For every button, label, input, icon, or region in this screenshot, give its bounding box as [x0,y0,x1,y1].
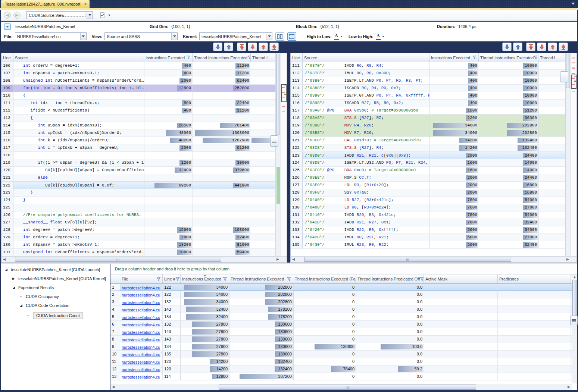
table-horizontal-scrollbar[interactable]: ◀ ||| ▶ [110,384,572,390]
source-row-114[interactable]: 114 int uSpan = idx%(nSpansU);2650076140… [1,122,287,129]
table-row-4[interactable]: 4nurbstessellation4.cu ◥1433240017820000… [110,306,572,313]
source-row-128[interactable]: 128/*03F8*/ SSY 0x7a8;200016800 [291,189,577,197]
col-line-[interactable]: Line # [163,275,181,283]
jump-first-red-button[interactable] [526,43,535,51]
left-vertical-scrollbar[interactable] [275,53,281,256]
source-row-132[interactable]: 132/*0418*/ IADD R21, R27, 0x1;780032400 [291,219,577,226]
source-row-113[interactable]: 113 { [1,115,287,122]
filter-icon[interactable] [420,277,424,281]
collapse-section-button[interactable] [4,23,11,30]
file-link[interactable]: nurbstessellation4.cu [122,352,160,357]
source-row-129[interactable]: 129/*0400*/ LD R27, [R3+0x421c];78005400… [291,197,577,204]
left-hotspot-minimap[interactable] [281,53,287,256]
source-row-115[interactable]: 115/*0390*/ ISETP.GT.AND P0, PT, R4, 0xf… [291,92,577,100]
file-link[interactable]: nurbstessellation4.cu [122,367,160,372]
source-row-127[interactable]: 127 __shared__ float CV[6][6][32]; [1,219,287,226]
source-row-112[interactable]: 112 if(idx < nUCoefficients)40011200 [1,107,287,115]
col-thread-instructions-executed-false-[interactable]: Thread Instructions Executed (False) [293,275,356,283]
filter-icon[interactable] [472,56,477,60]
source-row-118[interactable]: 118/*03A8*/ STS.S [R27], RZ;120036300 [291,115,577,122]
source-row-119[interactable]: 119 if((i >= uSpan - degreeU) && (i < uS… [1,159,287,167]
col-instructions-executed[interactable]: Instructions Executed [429,53,479,62]
tree-item-tesselatenurbspatches-kernel-cuda-kernel-[interactable]: ▶tesselateNURBSPatches_Kernel [CUDA Kern… [12,276,106,281]
expanded-icon[interactable]: ◢ [5,268,9,272]
file-link[interactable]: nurbstessellation4.cu [122,315,160,320]
source-row-123[interactable]: 123/*03D0*/ IADD R21, R21, c[0x0][0x8];2… [291,152,577,159]
source-row-122[interactable]: 122 CU[k][cpIdxU][uSpan] = 0.0f;69200441… [1,182,287,189]
right-horizontal-scrollbar[interactable]: ◀ ||| ▶ [291,256,577,262]
col-instructions-executed[interactable]: Instructions Executed [181,275,229,283]
jump-down-red-button[interactable] [537,43,546,51]
col-source[interactable]: Source [303,53,429,62]
forward-button[interactable]: ▶ [13,12,21,19]
jump-down-red-button[interactable] [248,43,257,51]
source-row-119[interactable]: 119/*03B0*/ MOV R4, R20;34000202800 [291,122,577,129]
col-thread-instructions-executed[interactable]: Thread Instructions Executed [479,53,538,62]
table-row-6[interactable]: 6nurbstessellation4.cu ◥1322780013060000… [110,321,572,328]
file-link[interactable]: nurbstessellation4.cu [122,286,160,290]
jump-first-red-button[interactable] [237,43,246,51]
split-vertical-button[interactable] [275,32,284,41]
dropdown-button[interactable] [266,33,272,40]
col-predicates[interactable]: Predicates [498,275,571,283]
high-to-low-color-swatch[interactable]: A [334,33,339,40]
tree-item-cuda-code-correlation[interactable]: ◢CUDA Code Correlation [20,303,69,308]
splitter-grip-button[interactable] [270,135,278,147]
source-row-129[interactable]: 129 int orderV = degreeV+1;780032400 [1,234,287,241]
report-tab[interactable]: Tessellation120427...apture_000.nvreport… [1,0,90,8]
col-source[interactable]: Source [13,53,144,62]
source-row-112[interactable]: 112/*0378*/ IMUL R0, R8, 0x300;40010000 [291,70,577,77]
source-row-131[interactable]: 131 unsigned int nVCoefficients = nSpans… [1,249,287,256]
tree-item-experiment-results[interactable]: ◢Experiment Results [12,285,54,290]
source-row-125[interactable]: 125 [1,204,287,211]
file-selector[interactable]: NURBSTessellation4.cu [15,32,87,40]
dropdown-button[interactable] [171,33,177,40]
source-row-115[interactable]: 115 int cpIdxU = (idx/nSpansU)%orderU;48… [1,129,287,137]
source-row-123[interactable]: 123 } [1,189,287,197]
group-by-bar[interactable]: Drag a column header and drop it here to… [110,264,577,275]
table-row-2[interactable]: 2nurbstessellation4.cu ◥1223400020280000… [110,291,572,298]
source-row-130[interactable]: 130 int nSpansV = patch->nKnotsV-1;13200… [1,241,287,249]
table-row-8[interactable]: 8nurbstessellation4.cu ◥1432780013060000… [110,336,572,343]
col-line[interactable]: Line [1,53,13,62]
jump-up-red-button[interactable] [259,43,268,51]
file-link[interactable]: nurbstessellation4.cu [122,360,160,364]
source-row-126[interactable]: 126 //Pre-compute polynomial coefficient… [1,211,287,219]
table-row-7[interactable]: 7nurbstessellation4.cu ◥1432780013060000… [110,328,572,336]
left-horizontal-scrollbar[interactable]: ◀ ||| ▶ [1,256,287,262]
source-row-130[interactable]: 130/*0408*/ LD R0, [R3+0x4224];760027000 [291,204,577,211]
source-row-116[interactable]: 116 int k = (idx/nSpansU)/orderU;4020012… [1,137,287,144]
table-row-13[interactable]: 13nurbstessellation4.cu ◥114128003872000… [110,373,572,380]
col-active-mask[interactable]: Active Mask [424,275,498,283]
source-row-111[interactable]: 111 int idx = inc + threadIdx.x;80022400 [1,100,287,107]
expanded-icon[interactable]: ◢ [12,286,16,289]
source-row-120[interactable]: 120 CU[k][cpIdxU][uSpan] = ComputeCoeffi… [1,167,287,174]
splitter-grip-button[interactable] [560,71,568,82]
source-row-121[interactable]: 121/*03C0*/ CAL 0x1d70; # Target=0x00001… [291,137,577,144]
table-vertical-scrollbar[interactable]: ▲ [572,275,577,383]
col-file[interactable]: File [120,275,163,283]
table-row-12[interactable]: 12nurbstessellation4.cu ◥120142001324007… [110,366,572,373]
file-link[interactable]: nurbstessellation4.cu [122,308,160,312]
dropdown-button[interactable] [87,12,93,19]
source-row-107[interactable]: 107 int nSpansU = patch->nKnotsU-1;40011… [1,70,287,77]
low-to-high-color-swatch[interactable]: A [376,33,381,40]
source-row-117[interactable]: 117/*03A0*/ @P0 BRA 0x3b0; # Target=0x00… [291,107,577,115]
file-link[interactable]: nurbstessellation4.cu [122,323,160,327]
source-row-118[interactable]: 118 [1,152,287,159]
tree-item-cuda-instruction-count[interactable]: –CUDA Instruction Count [27,312,83,319]
col-thread-instructions-predicated-off[interactable]: Thread Instructions Predicated Off [356,275,424,283]
dropdown-button[interactable] [80,33,86,40]
col-line[interactable]: Line [291,53,303,62]
source-row-121[interactable]: 121 else [1,174,287,182]
filter-icon[interactable] [223,277,227,281]
source-row-114[interactable]: 114/*0388*/ ISCADD R0, R4, R0, 0x7;40010… [291,85,577,92]
source-row-131[interactable]: 131/*0410*/ IADD R20, R3, 0x421c;7800540… [291,211,577,219]
source-row-124[interactable]: 124/*03D8*/ ISETP.LT.U32.AND P0, PT, R21… [291,159,577,167]
table-row-5[interactable]: 5nurbstessellation4.cu ◥1343240017820000… [110,313,572,321]
filter-icon[interactable] [534,56,538,60]
table-row-11[interactable]: 11nurbstessellation4.cu ◥120142001324000… [110,358,572,366]
file-link[interactable]: nurbstessellation4.cu [122,293,160,297]
source-row-134[interactable]: 134/*0428*/ IMUL R0, R21, R21;500027000 [291,234,577,241]
source-row-108[interactable]: 108 unsigned int nUCoefficients = nSpans… [1,77,287,85]
